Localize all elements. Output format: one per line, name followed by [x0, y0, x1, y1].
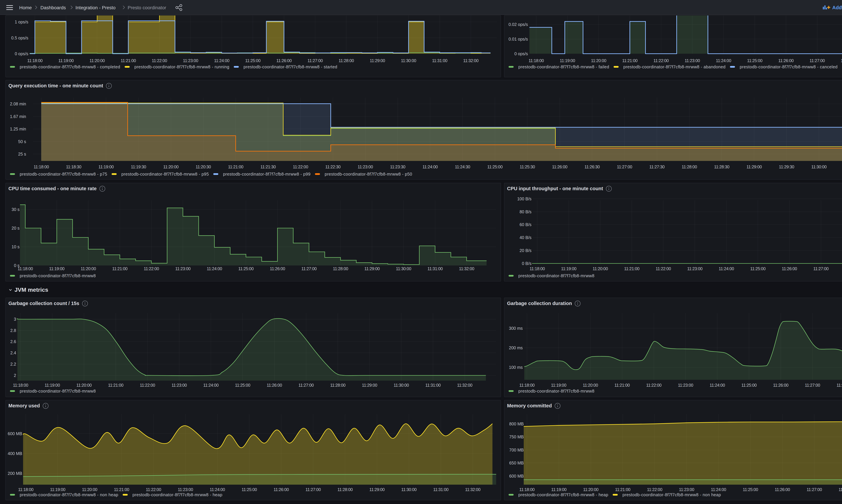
svg-text:prestodb-coordinator-8f7f7cfb8: prestodb-coordinator-8f7f7cfb8-mrww8 - s… — [244, 65, 337, 69]
svg-text:11:23:00: 11:23:00 — [172, 383, 187, 388]
svg-text:80 B/s: 80 B/s — [520, 210, 532, 214]
svg-text:11:24:00: 11:24:00 — [719, 266, 734, 271]
svg-text:11:22:00: 11:22:00 — [656, 266, 671, 271]
svg-text:11:23:30: 11:23:30 — [390, 164, 405, 169]
svg-text:11:32:00: 11:32:00 — [465, 487, 481, 492]
svg-text:11:31:00: 11:31:00 — [425, 383, 441, 388]
svg-text:11:27:00: 11:27:00 — [307, 58, 323, 63]
svg-text:600 MB: 600 MB — [509, 474, 524, 479]
svg-text:Garbage collection count / 15s: Garbage collection count / 15s — [8, 301, 79, 306]
svg-text:prestodb-coordinator-8f7f7cfb8: prestodb-coordinator-8f7f7cfb8-mrww8 - h… — [132, 492, 222, 497]
svg-text:11:27:00: 11:27:00 — [299, 383, 314, 388]
svg-text:11:24:00: 11:24:00 — [711, 487, 726, 492]
svg-text:100 B/s: 100 B/s — [517, 196, 532, 201]
svg-text:11:30:00: 11:30:00 — [811, 164, 827, 169]
svg-text:11:25:00: 11:25:00 — [487, 164, 503, 169]
svg-text:prestodb-coordinator-8f7f7cfb8: prestodb-coordinator-8f7f7cfb8-mrww8 - p… — [223, 172, 310, 176]
svg-text:Presto coordinator: Presto coordinator — [128, 5, 166, 10]
svg-text:11:20:00: 11:20:00 — [163, 164, 179, 169]
svg-text:prestodb-coordinator-8f7f7cfb8: prestodb-coordinator-8f7f7cfb8-mrww8 — [20, 389, 96, 393]
svg-text:11:19:30: 11:19:30 — [131, 164, 146, 169]
svg-text:11:26:00: 11:26:00 — [270, 266, 285, 271]
svg-text:60 B/s: 60 B/s — [520, 222, 532, 227]
svg-text:100 ms: 100 ms — [509, 365, 523, 370]
svg-text:11:29:00: 11:29:00 — [362, 383, 377, 388]
svg-text:prestodb-coordinator-8f7f7cfb8: prestodb-coordinator-8f7f7cfb8-mrww8 — [20, 273, 96, 278]
svg-text:Memory used: Memory used — [8, 403, 40, 408]
svg-text:600 MB: 600 MB — [8, 431, 22, 436]
svg-text:0 ops/s: 0 ops/s — [514, 51, 528, 56]
svg-text:11:21:00: 11:21:00 — [615, 487, 630, 492]
svg-text:50 s: 50 s — [18, 139, 26, 144]
svg-text:11:26:00: 11:26:00 — [782, 266, 797, 271]
svg-text:prestodb-coordinator-8f7f7cfb8: prestodb-coordinator-8f7f7cfb8-mrww8 - r… — [135, 65, 229, 69]
svg-text:11:22:00: 11:22:00 — [293, 164, 308, 169]
svg-text:700 MB: 700 MB — [509, 448, 524, 452]
svg-text:11:28:00: 11:28:00 — [837, 383, 842, 388]
svg-text:11:23:00: 11:23:00 — [685, 58, 700, 63]
svg-text:11:20:00: 11:20:00 — [583, 383, 598, 388]
svg-text:11:28:00: 11:28:00 — [682, 164, 697, 169]
svg-text:11:19:00: 11:19:00 — [98, 164, 114, 169]
svg-text:11:20:00: 11:20:00 — [583, 487, 598, 492]
svg-text:11:26:00: 11:26:00 — [773, 383, 788, 388]
svg-text:11:28:00: 11:28:00 — [330, 383, 345, 388]
svg-text:11:24:00: 11:24:00 — [207, 266, 222, 271]
svg-text:11:19:00: 11:19:00 — [560, 58, 575, 63]
svg-text:0 B/s: 0 B/s — [522, 261, 532, 266]
svg-text:prestodb-coordinator-8f7f7cfb8: prestodb-coordinator-8f7f7cfb8-mrww8 - p… — [121, 172, 209, 176]
svg-text:11:23:00: 11:23:00 — [183, 58, 198, 63]
svg-text:11:18:00: 11:18:00 — [34, 164, 49, 169]
svg-text:11:22:00: 11:22:00 — [653, 58, 669, 63]
svg-text:11:18:00: 11:18:00 — [519, 487, 535, 492]
svg-text:11:26:00: 11:26:00 — [552, 164, 567, 169]
svg-text:11:21:00: 11:21:00 — [622, 58, 638, 63]
svg-text:11:23:00: 11:23:00 — [678, 383, 693, 388]
svg-text:11:21:00: 11:21:00 — [108, 383, 123, 388]
svg-text:11:20:00: 11:20:00 — [80, 266, 96, 271]
svg-text:11:25:00: 11:25:00 — [241, 487, 257, 492]
svg-text:11:19:00: 11:19:00 — [561, 266, 576, 271]
svg-text:11:24:00: 11:24:00 — [716, 58, 731, 63]
svg-text:11:22:30: 11:22:30 — [325, 164, 341, 169]
svg-text:11:18:00: 11:18:00 — [529, 58, 544, 63]
svg-text:11:19:00: 11:19:00 — [44, 383, 60, 388]
svg-text:11:32:00: 11:32:00 — [463, 58, 479, 63]
svg-text:0.5 ops/s: 0.5 ops/s — [11, 36, 28, 40]
svg-text:11:30:00: 11:30:00 — [396, 266, 411, 271]
svg-text:400 MB: 400 MB — [8, 451, 22, 456]
svg-text:11:26:00: 11:26:00 — [267, 383, 282, 388]
svg-text:CPU input throughput - one min: CPU input throughput - one minute count — [507, 186, 603, 191]
svg-text:200 MB: 200 MB — [8, 471, 22, 476]
svg-text:11:20:00: 11:20:00 — [76, 383, 92, 388]
svg-text:11:31:00: 11:31:00 — [433, 487, 448, 492]
svg-text:11:24:00: 11:24:00 — [210, 487, 225, 492]
svg-text:2.2: 2.2 — [10, 362, 16, 366]
svg-text:1 ops/s: 1 ops/s — [15, 19, 28, 24]
svg-text:2.08 min: 2.08 min — [10, 102, 26, 106]
svg-text:11:21:00: 11:21:00 — [228, 164, 243, 169]
svg-text:Query execution time - one min: Query execution time - one minute count — [8, 83, 103, 88]
svg-text:11:19:00: 11:19:00 — [551, 383, 566, 388]
svg-text:40 B/s: 40 B/s — [520, 235, 532, 240]
svg-text:11:25:00: 11:25:00 — [238, 266, 254, 271]
svg-text:11:27:00: 11:27:00 — [807, 487, 822, 492]
svg-text:11:22:00: 11:22:00 — [646, 383, 662, 388]
svg-text:11:19:00: 11:19:00 — [50, 487, 65, 492]
svg-text:11:20:00: 11:20:00 — [82, 487, 97, 492]
svg-text:650 MB: 650 MB — [509, 461, 524, 465]
svg-text:2.6: 2.6 — [10, 339, 16, 344]
svg-text:11:23:00: 11:23:00 — [679, 487, 694, 492]
svg-text:11:28:00: 11:28:00 — [333, 266, 348, 271]
svg-text:Home: Home — [19, 5, 32, 10]
svg-text:20 B/s: 20 B/s — [520, 248, 532, 253]
svg-text:30 s: 30 s — [12, 207, 20, 212]
svg-text:11:18:30: 11:18:30 — [66, 164, 81, 169]
svg-text:11:29:00: 11:29:00 — [370, 58, 385, 63]
svg-text:20 s: 20 s — [12, 226, 20, 231]
svg-text:11:26:00: 11:26:00 — [273, 487, 289, 492]
svg-text:11:22:00: 11:22:00 — [152, 58, 167, 63]
svg-text:300 ms: 300 ms — [509, 326, 523, 330]
svg-text:11:19:00: 11:19:00 — [49, 266, 65, 271]
svg-text:25 s: 25 s — [18, 152, 26, 156]
